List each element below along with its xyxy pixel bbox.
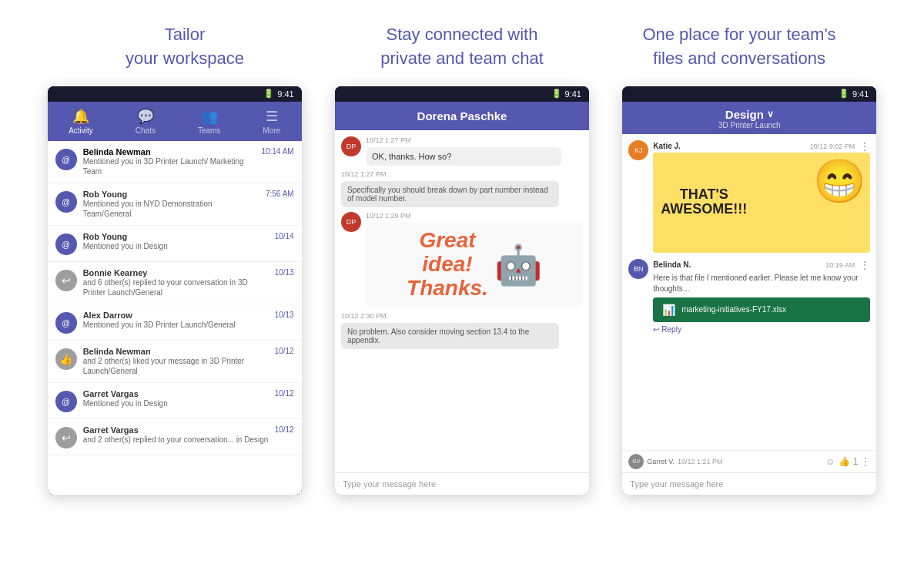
reaction-count: 1: [853, 456, 859, 467]
phone3-msg-header-2: Belinda N. 10:19 AM ⋮: [653, 259, 870, 271]
phone2-input[interactable]: Type your message here: [335, 472, 589, 495]
activity-desc-3: and 6 other(s) replied to your conversat…: [83, 277, 269, 297]
sticker-line3: Thanks.: [407, 276, 488, 300]
phone3-msg-body-2: Belinda N. 10:19 AM ⋮ Here is that file …: [653, 259, 870, 334]
comic-inner: THAT'S AWESOME!!! 😁: [653, 153, 870, 253]
phone3-time: 9:41: [852, 89, 869, 99]
chat-time-2: 10/12 1:27 PM: [341, 170, 583, 178]
chevron-down-icon: ∨: [767, 109, 774, 119]
phone2-chat-title: Dorena Paschke: [417, 109, 507, 123]
reply-label: Reply: [661, 325, 681, 334]
activity-avatar-7: ↩: [55, 427, 77, 448]
activity-avatar-0: @: [55, 149, 77, 170]
activity-desc-2: Mentioned you in Design: [83, 241, 269, 251]
phone3-avatar-1: KJ: [628, 140, 648, 160]
activity-item-1[interactable]: @ Rob Young Mentioned you in NYD Demonst…: [48, 183, 302, 226]
activity-name-7: Garret Vargas: [83, 425, 269, 435]
chat-bubble-4: No problem. Also consider moving section…: [341, 323, 559, 349]
nav-more-label: More: [263, 126, 280, 135]
header3-line1: One place for your team's: [642, 25, 835, 44]
chat-text-1: OK, thanks. How so?: [372, 152, 451, 161]
phone3-content: KJ Katie J. 10/12 9:02 PM ⋮: [622, 134, 876, 495]
activity-time-6: 10/12: [275, 389, 294, 398]
activity-item-5[interactable]: 👍 Belinda Newman and 2 other(s) liked yo…: [48, 341, 302, 383]
header3-line2: files and conversations: [653, 49, 825, 68]
sticker-text: Great idea! Thanks.: [407, 229, 488, 300]
activity-name-3: Bonnie Kearney: [83, 268, 269, 277]
nav-activity[interactable]: 🔔 Activity: [61, 106, 101, 136]
nav-chats[interactable]: 💬 Chats: [128, 106, 163, 136]
activity-text-2: Rob Young Mentioned you in Design: [83, 232, 269, 251]
phone2-input-placeholder: Type your message here: [343, 479, 436, 489]
activity-text-7: Garret Vargas and 2 other(s) replied to …: [83, 425, 269, 445]
phone2-battery-icon: 🔋: [551, 89, 562, 99]
chat-time-1: 10/12 1:27 PM: [366, 136, 583, 144]
phone1-time: 9:41: [277, 89, 293, 99]
activity-item-3[interactable]: ↩ Bonnie Kearney and 6 other(s) replied …: [48, 262, 302, 304]
nav-activity-label: Activity: [69, 126, 93, 135]
chat-time-4: 10/12 2:30 PM: [341, 312, 583, 320]
phone-3: 🔋 9:41 Design ∨ 3D Printer Launch KJ Kat…: [622, 86, 876, 495]
chat-bubble-group-4: 10/12 2:30 PM No problem. Also consider …: [341, 312, 583, 349]
activity-name-2: Rob Young: [83, 232, 269, 241]
activity-time-7: 10/12: [275, 425, 294, 434]
chat-messages-area: DP 10/12 1:27 PM OK, thanks. How so? 10/…: [335, 130, 589, 472]
phone3-message-2: BN Belinda N. 10:19 AM ⋮ Here is that fi…: [628, 259, 870, 334]
chat-avatar-1: DP: [341, 136, 361, 156]
header2-line1: Stay connected with: [387, 25, 538, 44]
phone3-msg-text-2: Here is that file I mentioned earlier. P…: [653, 273, 870, 294]
activity-time-4: 10/13: [275, 311, 294, 319]
activity-item-6[interactable]: @ Garret Vargas Mentioned you in Design …: [48, 383, 302, 419]
activity-name-5: Belinda Newman: [83, 347, 269, 356]
activity-avatar-6: @: [55, 391, 77, 412]
more-options-icon-1[interactable]: ⋮: [859, 140, 870, 153]
phone3-input-placeholder: Type your message here: [630, 479, 723, 489]
chat-message-1: DP 10/12 1:27 PM OK, thanks. How so?: [341, 136, 583, 166]
activity-item-4[interactable]: @ Alex Darrow Mentioned you in 3D Printe…: [48, 304, 302, 341]
activity-item-2[interactable]: @ Rob Young Mentioned you in Design 10/1…: [48, 226, 302, 262]
activity-time-1: 7:56 AM: [266, 190, 294, 198]
header-3: One place for your team's files and conv…: [602, 23, 876, 71]
phone3-sender-row: GV Garret V. 10/12 1:21 PM: [628, 454, 722, 469]
sticker-line1: Great: [419, 228, 475, 252]
phone-1: 🔋 9:41 🔔 Activity 💬 Chats 👥 Teams ☰ More: [48, 86, 302, 495]
phone3-time-2: 10:19 AM: [825, 261, 855, 269]
phone3-input[interactable]: Type your message here: [622, 472, 876, 495]
chats-icon: 💬: [137, 108, 154, 125]
phone3-status-bar: 🔋 9:41: [622, 86, 876, 102]
activity-item-0[interactable]: @ Belinda Newman Mentioned you in 3D Pri…: [48, 141, 302, 183]
header2-line2: private and team chat: [380, 49, 544, 68]
phone3-time-1: 10/12 9:02 PM: [810, 143, 855, 150]
file-attachment[interactable]: 📊 marketing-initiatives-FY17.xlsx: [653, 297, 870, 322]
activity-text-3: Bonnie Kearney and 6 other(s) replied to…: [83, 268, 269, 297]
activity-time-3: 10/13: [275, 268, 294, 277]
phone2-status-bar: 🔋 9:41: [335, 86, 589, 102]
activity-icon: 🔔: [72, 108, 89, 125]
more-icon: ☰: [266, 108, 278, 125]
phone3-channel-sub: 3D Printer Launch: [630, 121, 869, 129]
phone2-time: 9:41: [565, 89, 581, 99]
activity-avatar-1: @: [55, 191, 77, 213]
phone3-battery-icon: 🔋: [839, 89, 849, 99]
activity-name-1: Rob Young: [83, 190, 259, 199]
header1-line1: Tailor: [165, 25, 206, 44]
chat-bubble-1: OK, thanks. How so?: [366, 147, 561, 166]
chat-bubble-group-3: 10/12 1:29 PM Great idea! Thanks. 🤖: [366, 212, 583, 307]
nav-teams-label: Teams: [198, 126, 220, 135]
phone3-msg-body-1: Katie J. 10/12 9:02 PM ⋮ THAT'S AWESOME!…: [653, 140, 870, 253]
phone3-channel-header: Design ∨ 3D Printer Launch: [622, 102, 876, 134]
activity-item-7[interactable]: ↩ Garret Vargas and 2 other(s) replied t…: [48, 419, 302, 455]
teams-icon: 👥: [201, 108, 218, 125]
phone3-avatar-3: GV: [628, 454, 644, 469]
phone3-garret-time: 10/12 1:21 PM: [678, 458, 723, 465]
more-reactions-icon: ⋮: [861, 456, 870, 467]
more-options-icon-2[interactable]: ⋮: [859, 259, 870, 271]
phone3-sender-1: Katie J.: [653, 142, 681, 150]
nav-teams[interactable]: 👥 Teams: [190, 106, 228, 136]
nav-more[interactable]: ☰ More: [255, 106, 288, 136]
header1-line2: your workspace: [126, 49, 244, 68]
chat-text-2: Specifically you should break down by pa…: [347, 186, 548, 203]
phones-container: 🔋 9:41 🔔 Activity 💬 Chats 👥 Teams ☰ More: [0, 86, 924, 561]
reply-link[interactable]: ↩ Reply: [653, 325, 870, 334]
phone3-messages-area: KJ Katie J. 10/12 9:02 PM ⋮: [622, 134, 876, 450]
